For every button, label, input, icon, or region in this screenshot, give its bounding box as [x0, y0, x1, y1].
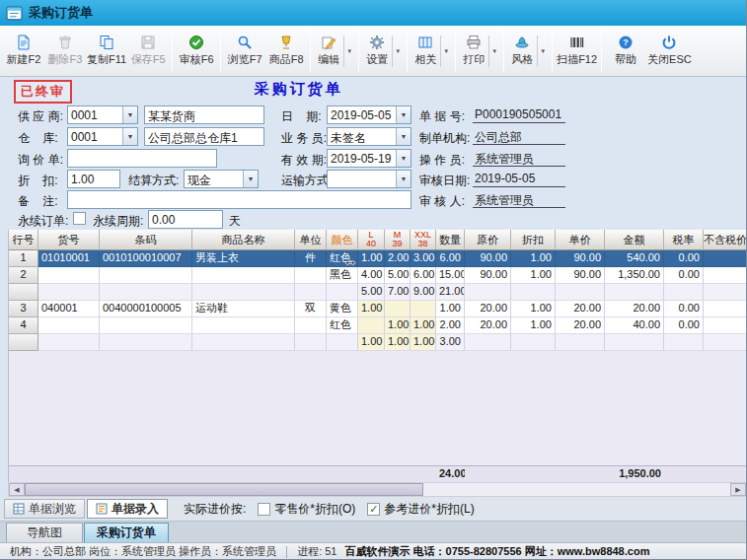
warehouse-code-combo[interactable]: 0001 — [67, 127, 138, 146]
audit-button[interactable]: 审核F6 — [176, 29, 217, 74]
checkbox-checked-icon[interactable] — [367, 503, 380, 516]
chevron-down-icon[interactable] — [122, 128, 137, 145]
chevron-down-icon[interactable] — [243, 171, 258, 187]
entry-tab-bar: 单据浏览 单据录入 实际进价按: 零售价*折扣(O) 参考进价*折扣(L) — [0, 497, 746, 522]
tab-doc-entry[interactable]: 单据录入 — [87, 499, 168, 519]
toolbar-separator — [407, 31, 408, 72]
browse-button[interactable]: 浏览F7 — [224, 29, 265, 74]
settle-label: 结算方式: — [128, 173, 179, 189]
new-doc-icon — [16, 35, 32, 50]
toolbar-separator — [220, 31, 221, 72]
close-button[interactable]: 关闭ESC — [646, 29, 693, 74]
valid-label: 有 效 期: — [281, 152, 327, 169]
scroll-right-arrow[interactable] — [730, 483, 746, 496]
subtotal-row: 1.00 1.00 1.00 3.00 — [9, 334, 747, 351]
chevron-down-icon[interactable] — [396, 150, 411, 167]
salesman-label: 业 务 员: — [281, 130, 327, 147]
toolbar-separator — [172, 31, 173, 72]
chevron-down-icon[interactable] — [396, 106, 411, 123]
grid-empty-area[interactable] — [9, 351, 747, 465]
org-value: 公司总部 — [473, 128, 565, 145]
transport-combo[interactable] — [327, 170, 411, 188]
table-row-selected[interactable]: 1 01010001 0010100010007 男装上衣 件 红色 1.00 … — [9, 250, 747, 267]
status-bar: 机构：公司总部 岗位：系统管理员 操作员：系统管理员 进程: 51 百威软件演示… — [0, 542, 746, 560]
col-tax: 税率 — [664, 230, 704, 250]
toolbar-separator — [503, 31, 504, 72]
settings-button[interactable]: 设置 — [362, 29, 404, 74]
col-name: 商品名称 — [192, 230, 295, 250]
status-process: 进程: 51 — [293, 544, 340, 559]
copy-button[interactable]: 复制F11 — [86, 29, 127, 74]
delete-button[interactable]: 删除F3 — [44, 29, 86, 74]
style-button[interactable]: 风格 — [507, 29, 549, 74]
remark-field[interactable] — [67, 190, 411, 209]
tab-navigation-map[interactable]: 导航图 — [6, 523, 83, 542]
chevron-down-icon[interactable] — [440, 35, 451, 67]
inquiry-field[interactable] — [67, 149, 217, 168]
perpetual-order-checkbox[interactable] — [73, 212, 86, 225]
cycle-unit-label: 天 — [229, 213, 241, 230]
table-row[interactable]: 4 红色 1.00 1.00 2.00 20.00 1.00 20.00 40.… — [9, 317, 747, 334]
chevron-down-icon[interactable] — [537, 35, 548, 67]
toolbar-separator — [310, 31, 311, 72]
chevron-down-icon[interactable] — [396, 128, 411, 145]
reference-discount-option[interactable]: 参考进价*折扣(L) — [367, 501, 474, 518]
save-button[interactable]: 保存F5 — [127, 29, 169, 74]
salesman-combo[interactable]: 未签名 — [327, 127, 411, 146]
title-bar: 采购订货单 — [0, 0, 746, 26]
toolbar: 新建F2 删除F3 复制F11 保存F5 审核F6 浏览F7 商品F8 — [0, 26, 746, 77]
chevron-down-icon[interactable] — [396, 171, 411, 187]
discount-label: 折 扣: — [18, 173, 58, 189]
print-button[interactable]: 打印 — [459, 29, 500, 74]
col-size-M: M39 — [385, 230, 411, 250]
chevron-down-icon[interactable] — [343, 35, 354, 67]
supplier-name-field[interactable]: 某某货商 — [144, 105, 264, 124]
date-combo[interactable]: 2019-05-05 — [327, 105, 411, 124]
table-row[interactable]: 2 黑色 4.00 5.00 6.00 15.00 90.00 1.00 90.… — [9, 267, 747, 284]
chevron-down-icon[interactable] — [392, 35, 403, 67]
col-barcode: 条码 — [100, 230, 192, 250]
table-row[interactable]: 3 040001 0040000100005 运动鞋 双 黄色 1.00 1.0… — [9, 301, 747, 317]
related-button[interactable]: 相关 — [411, 29, 452, 74]
auditor-label: 审 核 人: — [419, 193, 465, 210]
order-header-panel: 已终审 采购订货单 供 应 商: 0001 某某货商 日 期: 2019-05-… — [0, 77, 746, 230]
edit-button[interactable]: 编辑 — [314, 29, 355, 74]
qty-total: 24.00 — [436, 466, 465, 482]
scan-button[interactable]: 扫描F12 — [556, 29, 598, 74]
tab-doc-browse[interactable]: 单据浏览 — [4, 499, 85, 519]
cycle-label: 永续周期: — [93, 213, 143, 230]
auditor-value: 系统管理员 — [473, 191, 565, 208]
chevron-down-icon[interactable] — [122, 106, 137, 123]
related-docs-icon — [417, 35, 433, 50]
warehouse-name-field[interactable]: 公司总部总仓库1 — [144, 127, 264, 146]
col-item: 货号 — [38, 230, 100, 250]
grid-header-row: 行号 货号 条码 商品名称 单位 颜色 L40 M39 XXL38 数量 原价 … — [9, 230, 747, 250]
valid-date-combo[interactable]: 2019-05-19 — [327, 149, 411, 168]
col-price: 原价 — [465, 230, 511, 250]
col-unit-price: 单价 — [556, 230, 605, 250]
document-tab-bar: 导航图 采购订货单 — [0, 522, 746, 542]
checkbox-icon[interactable] — [258, 503, 270, 516]
tab-purchase-order[interactable]: 采购订货单 — [84, 523, 169, 542]
help-button[interactable]: ? 帮助 — [605, 29, 646, 74]
new-button[interactable]: 新建F2 — [3, 29, 44, 74]
scrollbar-thumb[interactable] — [25, 483, 423, 496]
toolbar-separator — [552, 31, 553, 72]
warehouse-label: 仓 库: — [18, 130, 58, 147]
supplier-code-combo[interactable]: 0001 — [67, 105, 138, 124]
settle-combo[interactable]: 现金 — [184, 170, 259, 188]
horizontal-scrollbar[interactable] — [8, 482, 747, 497]
cycle-field[interactable]: 0.00 — [148, 210, 223, 229]
product-button[interactable]: 商品F8 — [265, 29, 307, 74]
audit-date-value: 2019-05-05 — [473, 171, 565, 187]
retail-discount-option[interactable]: 零售价*折扣(O) — [258, 501, 355, 518]
toolbar-separator — [601, 31, 602, 72]
copy-icon — [99, 35, 114, 50]
discount-field[interactable]: 1.00 — [67, 170, 120, 188]
scroll-left-arrow[interactable] — [9, 483, 25, 496]
toolbar-separator — [358, 31, 359, 72]
mouse-resize-cursor: ↔ — [343, 252, 357, 268]
col-size-L: L40 — [358, 230, 385, 250]
docno-value: P000190505001 — [473, 106, 565, 123]
chevron-down-icon[interactable] — [488, 35, 499, 67]
